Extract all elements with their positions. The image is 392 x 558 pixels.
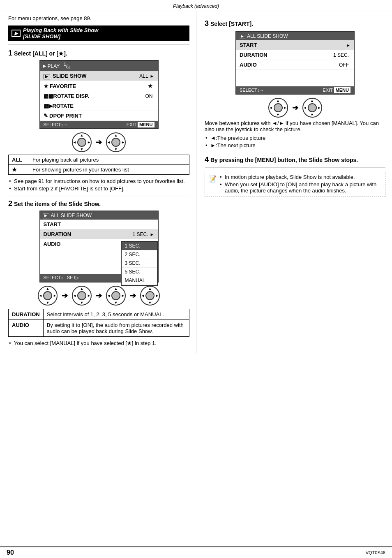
step3-description: Move between pictures with ◄/► if you ha… (205, 120, 385, 132)
table-cell-key: ★ (9, 165, 29, 175)
section-header: ▶ Playing Back with Slide Show [SLIDE SH… (8, 25, 189, 41)
model-number: VQT0S46 (366, 550, 385, 555)
step2-joystick-row: ▲ ▼ ◄ ► ➔ ▲ ▼ ◄ ► ➔ ▲ ▼ ◄ ► (8, 286, 189, 306)
joystick-right: ▲ ▼ ◄ ► (106, 132, 126, 152)
bullet-item: You can select [MANUAL] if you have sele… (8, 340, 189, 346)
table-cell-value: Select intervals of 1, 2, 3, 5 seconds o… (43, 309, 189, 320)
step3-joystick-row: ▲ ▼ ◄ ► ➔ ▲ ▼ ◄ ► (205, 98, 385, 118)
menu-item-rotate-disp[interactable]: ▩▩ROTATE DISP. ON (40, 91, 158, 101)
arrow-right-s3: ➔ (292, 103, 298, 112)
table-cell-value: For playing back all pictures (29, 155, 189, 165)
joystick-s3-1: ▲ ▼ ◄ ► (268, 98, 288, 118)
joystick-s3-2: ▲ ▼ ◄ ► (302, 98, 322, 118)
step2-menu-title: ▶ ALL SLIDE SHOW (40, 211, 158, 220)
menu-item-rotate[interactable]: ▩▶ROTATE (40, 101, 158, 111)
notes-list: In motion picture playback, Slide Show i… (219, 174, 382, 194)
duration-dropdown: 1 SEC. 2 SEC. 3 SEC. 5 SEC. MANUAL (121, 241, 158, 286)
bullet-item: ►:The next picture (205, 142, 385, 148)
step3-menu-screen: ▶ ALL SLIDE SHOW START ► DURATION 1 SEC.… (235, 31, 355, 95)
arrow-right-s2-2: ➔ (96, 291, 102, 300)
table-row: ALL For playing back all pictures (9, 155, 189, 165)
arrow-right-1: ➔ (96, 138, 102, 147)
step2-heading: 2 Set the items of the Slide Show. (8, 199, 189, 208)
step2-note: You can select [MANUAL] if you have sele… (8, 340, 189, 346)
right-column: 3 Select [START]. ▶ ALL SLIDE SHOW START… (196, 11, 392, 354)
table-cell-value: By setting it to [ON], the audio from pi… (43, 320, 189, 337)
step4-heading-text: By pressing the [MENU] button, the Slide… (210, 157, 358, 163)
step3-bullets: ◄:The previous picture ►:The next pictur… (205, 135, 385, 148)
menu-item-dpof[interactable]: ✎ DPOF PRINT (40, 111, 158, 121)
table-cell-value: For showing pictures in your favorites l… (29, 165, 189, 175)
step2-feature-table: DURATION Select intervals of 1, 2, 3, 5 … (8, 309, 189, 337)
step3-menu-item-start[interactable]: START ► (236, 40, 354, 50)
step1-heading-text: Select [ALL] or [★]. (14, 50, 67, 57)
dropdown-item-2sec[interactable]: 2 SEC. (122, 250, 157, 259)
step1-joystick-row: ▲ ▼ ◄ ► ➔ ▲ ▼ ◄ ► (8, 132, 189, 152)
note-icon: 📝 (208, 175, 217, 183)
step3-title-icon: ▶ (239, 34, 245, 39)
joystick-s2-4: ▲ ▼ ◄ ► (140, 286, 160, 306)
note-item-1: In motion picture playback, Slide Show i… (219, 174, 382, 180)
page-footer: 90 VQT0S46 (0, 546, 392, 558)
joystick-s2-2: ▲ ▼ ◄ ► (72, 286, 92, 306)
bullet-item: See page 91 for instructions on how to a… (8, 178, 189, 184)
dropdown-item-3sec[interactable]: 3 SEC. (122, 259, 157, 268)
step3-menu-item-duration[interactable]: DURATION 1 SEC. (236, 50, 354, 60)
menu-item-start[interactable]: START (40, 220, 158, 229)
step3-menu-title: ▶ ALL SLIDE SHOW (236, 32, 354, 40)
page-header: Playback (advanced) (0, 0, 392, 11)
table-row: DURATION Select intervals of 1, 2, 3, 5 … (9, 309, 189, 320)
menu-item-duration[interactable]: DURATION 1 SEC. ► (40, 229, 158, 239)
step3-menu-bottom: SELECT↕→ EXIT MENU (236, 86, 354, 94)
joystick-left: ▲ ▼ ◄ ► (72, 132, 92, 152)
slideshow-icon: ▶ (12, 30, 21, 37)
dropdown-item-5sec[interactable]: 5 SEC. (122, 268, 157, 276)
step4-heading: 4 By pressing the [MENU] button, the Sli… (205, 155, 385, 164)
step1-menu-screen: ▶ PLAY 1/3 ▶ SLIDE SHOW ALL ► ★ FAVORITE… (39, 60, 159, 129)
table-cell-key: DURATION (9, 309, 44, 320)
step3-menu-item-audio[interactable]: AUDIO OFF (236, 60, 354, 70)
joystick-s2-1: ▲ ▼ ◄ ► (38, 286, 58, 306)
left-column: For menu operations, see page 89. ▶ Play… (0, 11, 196, 354)
step1-heading: 1 Select [ALL] or [★]. (8, 49, 189, 58)
table-cell-key: AUDIO (9, 320, 44, 337)
section-title-line1: Playing Back with Slide Show (23, 27, 99, 33)
table-row: ★ For showing pictures in your favorites… (9, 165, 189, 175)
intro-text: For menu operations, see page 89. (8, 15, 189, 21)
arrow-right-s2-1: ➔ (62, 291, 68, 300)
menu-item-slideshow[interactable]: ▶ SLIDE SHOW ALL ► (40, 71, 158, 81)
step3-heading: 3 Select [START]. (205, 19, 385, 28)
step1-menu-bottom: SELECT↕→ EXIT MENU (40, 121, 158, 128)
step1-menu-title: ▶ PLAY 1/3 (40, 61, 158, 71)
dropdown-item-manual[interactable]: MANUAL (122, 276, 157, 285)
table-cell-key: ALL (9, 155, 29, 165)
arrow-right-s2-3: ➔ (130, 291, 136, 300)
step2-menu-screen: ▶ ALL SLIDE SHOW START DURATION 1 SEC. ►… (39, 211, 159, 282)
notes-box: 📝 In motion picture playback, Slide Show… (205, 172, 385, 197)
section-title-line2: [SLIDE SHOW] (23, 33, 60, 39)
page-number: 90 (7, 549, 14, 556)
step2-heading-text: Set the items of the Slide Show. (14, 201, 101, 207)
step3-heading-text: Select [START]. (210, 21, 253, 27)
step1-bullets: See page 91 for instructions on how to a… (8, 178, 189, 192)
bullet-item: ◄:The previous picture (205, 135, 385, 141)
slideshow-menu-icon: ▶ (44, 74, 50, 79)
page-header-text: Playback (advanced) (173, 3, 219, 9)
step2-title-icon: ▶ (43, 213, 49, 218)
menu-item-favorite[interactable]: ★ FAVORITE ★ (40, 81, 158, 91)
dropdown-item-1sec[interactable]: 1 SEC. (122, 242, 157, 250)
joystick-s2-3: ▲ ▼ ◄ ► (106, 286, 126, 306)
bullet-item: Start from step 2 if [FAVORITE] is set t… (8, 185, 189, 192)
table-row: AUDIO By setting it to [ON], the audio f… (9, 320, 189, 337)
step1-table: ALL For playing back all pictures ★ For … (8, 155, 189, 175)
note-item-2: When you set [AUDIO] to [ON] and then pl… (219, 181, 382, 194)
notes-content: In motion picture playback, Slide Show i… (219, 174, 382, 195)
